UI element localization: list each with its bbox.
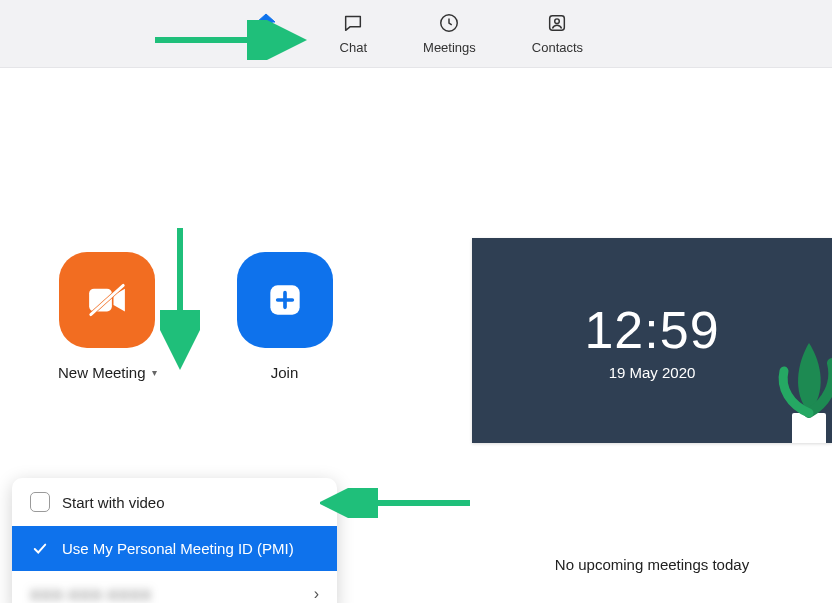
nav-home-label: Home (249, 40, 284, 55)
nav-home[interactable]: Home (249, 10, 284, 55)
start-with-video-option[interactable]: Start with video (12, 478, 337, 526)
no-upcoming-text: No upcoming meetings today (472, 556, 832, 573)
svg-point-2 (555, 19, 560, 24)
chevron-down-icon[interactable]: ▾ (152, 367, 157, 378)
join-button[interactable] (237, 252, 333, 348)
nav-chat-label: Chat (340, 40, 367, 55)
annotation-arrow-to-pmi (320, 488, 480, 518)
plant-decoration (772, 333, 832, 443)
top-nav: Home Chat Meetings Contacts (0, 0, 832, 68)
clock-panel: 12:59 19 May 2020 (472, 238, 832, 443)
use-pmi-label: Use My Personal Meeting ID (PMI) (62, 540, 294, 557)
use-pmi-option[interactable]: Use My Personal Meeting ID (PMI) (12, 526, 337, 571)
pmi-row[interactable]: XXX-XXX-XXXX › (12, 571, 337, 603)
clock-icon (436, 10, 462, 36)
action-tiles-row1: New Meeting ▾ Join (58, 252, 333, 381)
nav-meetings-label: Meetings (423, 40, 476, 55)
nav-chat[interactable]: Chat (340, 10, 367, 55)
main-area: New Meeting ▾ Join Schedul (0, 68, 832, 603)
new-meeting-label-row[interactable]: New Meeting ▾ (58, 364, 157, 381)
join-col: Join (237, 252, 333, 381)
nav-meetings[interactable]: Meetings (423, 10, 476, 55)
checkbox-unchecked-icon[interactable] (30, 492, 50, 512)
pmi-value: XXX-XXX-XXXX (30, 586, 152, 603)
contacts-icon (544, 10, 570, 36)
join-label: Join (271, 364, 299, 381)
clock-date: 19 May 2020 (609, 364, 696, 381)
new-meeting-label: New Meeting (58, 364, 146, 381)
new-meeting-button[interactable] (59, 252, 155, 348)
start-with-video-label: Start with video (62, 494, 165, 511)
check-icon (30, 542, 50, 556)
new-meeting-col: New Meeting ▾ (58, 252, 157, 381)
clock-time: 12:59 (584, 300, 719, 360)
home-icon (253, 10, 279, 36)
nav-contacts-label: Contacts (532, 40, 583, 55)
chevron-right-icon: › (314, 585, 319, 603)
chat-icon (340, 10, 366, 36)
plus-icon (263, 278, 307, 322)
video-off-icon (81, 274, 133, 326)
new-meeting-dropdown: Start with video Use My Personal Meeting… (12, 478, 337, 603)
nav-contacts[interactable]: Contacts (532, 10, 583, 55)
